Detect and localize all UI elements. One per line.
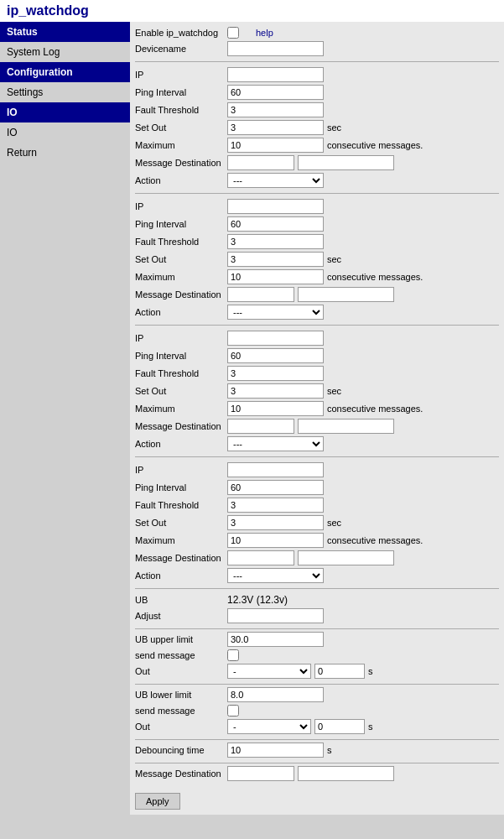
sec-text-3: sec: [327, 386, 341, 396]
maximum-label-4: Maximum: [135, 535, 227, 545]
maximum-input-4[interactable]: [227, 533, 324, 548]
sidebar-item-return[interactable]: Return: [0, 143, 130, 163]
ip-label-3: IP: [135, 333, 227, 343]
set-out-label-4: Set Out: [135, 518, 227, 528]
action-label-1: Action: [135, 175, 227, 185]
out-label-upper: Out: [135, 666, 227, 676]
msg-dest-input-2a[interactable]: [227, 287, 294, 302]
adjust-input[interactable]: [227, 608, 324, 623]
sidebar: Status System Log Configuration Settings…: [0, 22, 130, 815]
ip-label-2: IP: [135, 201, 227, 211]
ub-upper-input[interactable]: [227, 632, 324, 647]
action-select-4[interactable]: ---: [227, 568, 324, 583]
devicename-input[interactable]: [227, 41, 324, 56]
debouncing-input[interactable]: [227, 743, 324, 758]
ping-interval-label-3: Ping Interval: [135, 351, 227, 361]
out-select-upper[interactable]: -: [227, 664, 311, 679]
fault-threshold-label-1: Fault Threshold: [135, 105, 227, 115]
msg-dest-label-2: Message Destination: [135, 289, 227, 300]
fault-threshold-input-1[interactable]: [227, 102, 324, 117]
fault-threshold-label-4: Fault Threshold: [135, 500, 227, 510]
msg-dest-input-1b[interactable]: [298, 155, 394, 170]
msg-dest-input-1a[interactable]: [227, 155, 294, 170]
msg-dest-input-ub-b[interactable]: [298, 766, 394, 781]
ip-input-4[interactable]: [227, 462, 324, 477]
set-out-input-3[interactable]: [227, 383, 324, 399]
sidebar-item-system-log[interactable]: System Log: [0, 42, 130, 62]
msg-dest-input-2b[interactable]: [298, 287, 394, 302]
adjust-label: Adjust: [135, 611, 227, 621]
out-select-lower[interactable]: -: [227, 719, 311, 734]
maximum-label-2: Maximum: [135, 272, 227, 282]
fault-threshold-label-2: Fault Threshold: [135, 237, 227, 247]
sec-text-4: sec: [327, 518, 341, 528]
out-input-upper[interactable]: [314, 664, 365, 679]
send-message-checkbox-upper[interactable]: [227, 649, 239, 661]
page-title: ip_watchdog: [0, 0, 504, 22]
ping-interval-input-2[interactable]: [227, 216, 324, 232]
ping-interval-label-1: Ping Interval: [135, 87, 227, 97]
sidebar-item-settings[interactable]: Settings: [0, 82, 130, 102]
ub-label: UB: [135, 595, 227, 605]
ip-input-3[interactable]: [227, 331, 324, 346]
ip-section-4: IP Ping Interval Fault Threshold Set Out…: [135, 462, 499, 583]
set-out-input-2[interactable]: [227, 252, 324, 267]
fault-threshold-input-3[interactable]: [227, 366, 324, 381]
send-message-checkbox-lower[interactable]: [227, 705, 239, 717]
help-link[interactable]: help: [256, 28, 273, 38]
msg-dest-label-ub: Message Destination: [135, 769, 227, 779]
out-input-lower[interactable]: [314, 719, 365, 734]
maximum-input-2[interactable]: [227, 269, 324, 284]
consecutive-text-2: consecutive messages.: [327, 272, 423, 282]
sec-text-2: sec: [327, 254, 341, 264]
main-content: Enable ip_watchdog help Devicename IP Pi…: [130, 22, 504, 815]
s-text-debounce: s: [327, 745, 332, 755]
msg-dest-input-ub-a[interactable]: [227, 766, 294, 781]
sidebar-item-status[interactable]: Status: [0, 22, 130, 42]
fault-threshold-input-4[interactable]: [227, 498, 324, 513]
ub-section: UB 12.3V (12.3v) Adjust UB upper limit s…: [135, 594, 499, 781]
sidebar-item-configuration[interactable]: Configuration: [0, 62, 130, 82]
ping-interval-input-4[interactable]: [227, 480, 324, 495]
ip-input-2[interactable]: [227, 199, 324, 214]
ip-input-1[interactable]: [227, 67, 324, 82]
msg-dest-input-3b[interactable]: [298, 419, 394, 434]
sidebar-item-io-header[interactable]: IO: [0, 102, 130, 122]
action-label-2: Action: [135, 307, 227, 317]
msg-dest-input-3a[interactable]: [227, 419, 294, 434]
s-text-lower: s: [368, 722, 373, 732]
action-select-3[interactable]: ---: [227, 436, 324, 451]
ping-interval-label-4: Ping Interval: [135, 482, 227, 492]
msg-dest-label-1: Message Destination: [135, 158, 227, 168]
ub-value: 12.3V (12.3v): [227, 594, 288, 606]
debouncing-label: Debouncing time: [135, 745, 227, 755]
ip-label-4: IP: [135, 465, 227, 475]
sidebar-item-io[interactable]: IO: [0, 122, 130, 143]
ip-section-2: IP Ping Interval Fault Threshold Set Out…: [135, 199, 499, 320]
fault-threshold-label-3: Fault Threshold: [135, 368, 227, 378]
maximum-input-3[interactable]: [227, 401, 324, 416]
action-select-2[interactable]: ---: [227, 305, 324, 320]
msg-dest-input-4a[interactable]: [227, 550, 294, 565]
enable-checkbox[interactable]: [227, 27, 239, 39]
apply-button[interactable]: Apply: [135, 793, 180, 810]
msg-dest-input-4b[interactable]: [298, 550, 394, 565]
sec-text-1: sec: [327, 122, 341, 133]
set-out-input-4[interactable]: [227, 515, 324, 530]
enable-row: Enable ip_watchdog help: [135, 27, 499, 39]
ping-interval-input-3[interactable]: [227, 348, 324, 363]
s-text-upper: s: [368, 666, 373, 676]
msg-dest-label-3: Message Destination: [135, 421, 227, 431]
set-out-label-3: Set Out: [135, 386, 227, 396]
set-out-input-1[interactable]: [227, 120, 324, 135]
ping-interval-input-1[interactable]: [227, 85, 324, 100]
ub-lower-input[interactable]: [227, 687, 324, 702]
out-label-lower: Out: [135, 722, 227, 732]
maximum-label-3: Maximum: [135, 404, 227, 414]
ping-interval-label-2: Ping Interval: [135, 219, 227, 229]
set-out-label-2: Set Out: [135, 254, 227, 264]
fault-threshold-input-2[interactable]: [227, 234, 324, 249]
maximum-input-1[interactable]: [227, 138, 324, 153]
action-select-1[interactable]: ---: [227, 173, 324, 188]
ub-upper-label: UB upper limit: [135, 634, 227, 644]
